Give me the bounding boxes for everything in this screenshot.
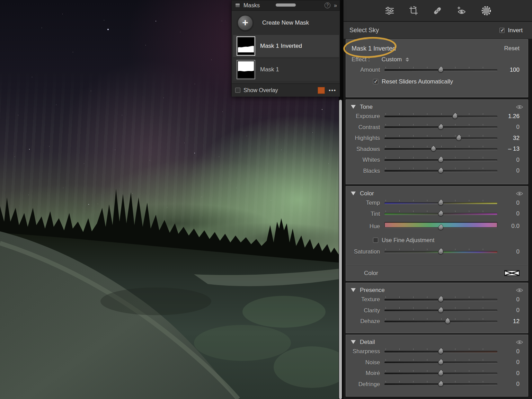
- visibility-eye-icon[interactable]: [516, 288, 523, 293]
- detail-section: Detail Sharpness 0 Noise 0 Moiré 0 Defri…: [346, 335, 528, 397]
- highlights-slider-row: Highlights 32: [346, 133, 528, 144]
- create-new-mask-button[interactable]: + Create New Mask: [234, 14, 338, 32]
- temp-slider-row: Temp 0: [346, 197, 528, 209]
- reset-sliders-auto-checkbox[interactable]: [373, 79, 378, 84]
- noise-slider-row: Noise 0: [346, 357, 528, 368]
- saturation-slider[interactable]: [384, 248, 497, 256]
- tool-name: Select Sky: [349, 27, 379, 34]
- hue-slider[interactable]: [384, 221, 497, 231]
- crop-rotate-icon[interactable]: [408, 6, 419, 16]
- exposure-slider[interactable]: [384, 112, 497, 121]
- visibility-eye-icon[interactable]: [516, 105, 523, 109]
- shadows-slider-row: Shadows – 13: [346, 144, 528, 155]
- more-options-icon[interactable]: •••: [329, 87, 336, 93]
- reset-sliders-auto-label: Reset Sliders Automatically: [382, 78, 453, 85]
- mask-thumbnail-inverted: [237, 36, 255, 56]
- dropdown-chevrons-icon[interactable]: [406, 57, 409, 62]
- plus-circle-icon[interactable]: +: [237, 15, 253, 31]
- slider-thumb[interactable]: [431, 147, 436, 151]
- slider-thumb[interactable]: [438, 125, 443, 130]
- drag-handle[interactable]: [276, 3, 296, 7]
- slider-thumb[interactable]: [456, 136, 461, 141]
- contrast-slider-row: Contrast 0: [346, 122, 528, 133]
- tool-strip: [344, 0, 532, 21]
- blacks-slider[interactable]: [384, 167, 497, 175]
- color-section: Color Temp 0 Tint 0 Hue 0.0 Use Fine Adj…: [346, 186, 528, 281]
- visibility-eye-icon[interactable]: [516, 191, 523, 196]
- color-row-label: Color: [364, 270, 378, 277]
- invert-checkbox[interactable]: [499, 28, 505, 33]
- mask-item-label: Mask 1: [260, 66, 279, 73]
- slider-thumb[interactable]: [438, 360, 443, 365]
- overlay-color-swatch[interactable]: [318, 87, 325, 94]
- sharpness-slider-row: Sharpness 0: [346, 346, 528, 357]
- slider-thumb[interactable]: [438, 349, 443, 354]
- help-icon[interactable]: ?: [325, 2, 330, 8]
- masks-panel-header[interactable]: Masks ? »: [232, 0, 340, 11]
- slider-thumb[interactable]: [438, 158, 443, 162]
- collapse-panel-icon[interactable]: »: [334, 2, 336, 9]
- slider-thumb[interactable]: [452, 114, 458, 119]
- tint-slider[interactable]: [384, 210, 497, 218]
- red-eye-icon[interactable]: [456, 6, 467, 16]
- noise-slider[interactable]: [384, 358, 497, 366]
- reset-button[interactable]: Reset: [504, 45, 520, 52]
- exposure-slider-row: Exposure 1.26: [346, 111, 528, 122]
- defringe-slider[interactable]: [384, 380, 497, 388]
- blacks-slider-row: Blacks 0: [346, 166, 528, 177]
- slider-thumb[interactable]: [438, 212, 443, 216]
- slider-thumb[interactable]: [438, 250, 443, 254]
- show-overlay-label: Show Overlay: [243, 87, 278, 94]
- collapse-triangle-icon[interactable]: [351, 340, 356, 344]
- section-title: Tone: [360, 104, 373, 110]
- invert-label: Invert: [508, 27, 523, 34]
- amount-label: Amount: [349, 66, 380, 73]
- masking-icon[interactable]: [481, 5, 492, 16]
- slider-thumb[interactable]: [438, 201, 443, 205]
- panel-icon: [235, 3, 240, 8]
- scrollbar[interactable]: [339, 100, 342, 399]
- temp-slider[interactable]: [384, 199, 497, 207]
- slider-thumb[interactable]: [438, 298, 443, 302]
- slider-thumb[interactable]: [438, 371, 443, 376]
- show-overlay-checkbox[interactable]: [235, 88, 240, 93]
- mask-item-label: Mask 1 Inverted: [260, 43, 302, 50]
- visibility-eye-icon[interactable]: [516, 340, 523, 345]
- slider-thumb[interactable]: [445, 319, 450, 324]
- moire-slider[interactable]: [384, 369, 497, 378]
- tint-slider-row: Tint 0: [346, 209, 528, 220]
- mask-item-mask1-inverted[interactable]: Mask 1 Inverted: [233, 35, 339, 57]
- clarity-slider[interactable]: [384, 306, 497, 314]
- texture-slider[interactable]: [384, 295, 497, 304]
- sharpness-slider[interactable]: [384, 347, 497, 356]
- slider-thumb[interactable]: [438, 225, 443, 230]
- clarity-slider-row: Clarity 0: [346, 305, 528, 316]
- shadows-slider[interactable]: [384, 145, 497, 153]
- collapse-triangle-icon[interactable]: [351, 192, 356, 195]
- amount-value: 100: [497, 66, 520, 73]
- color-picker-row: Color: [346, 265, 528, 281]
- slider-thumb[interactable]: [438, 169, 443, 173]
- amount-slider[interactable]: [384, 66, 497, 74]
- tone-section: Tone Exposure 1.26 Contrast 0 Highlights…: [346, 99, 528, 184]
- collapse-triangle-icon[interactable]: [351, 288, 356, 292]
- contrast-slider[interactable]: [384, 123, 497, 131]
- highlights-slider[interactable]: [384, 134, 497, 142]
- collapse-triangle-icon[interactable]: [351, 105, 356, 109]
- saturation-slider-row: Saturation 0: [346, 246, 528, 257]
- use-fine-adjustment-checkbox[interactable]: [373, 238, 378, 243]
- slider-thumb[interactable]: [438, 382, 443, 387]
- masks-panel-title: Masks: [243, 2, 260, 9]
- presence-section: Presence Texture 0 Clarity 0 Dehaze 12: [346, 283, 528, 333]
- active-tool-bar: Select Sky Invert: [344, 22, 532, 39]
- dehaze-slider[interactable]: [384, 317, 497, 326]
- slider-thumb[interactable]: [438, 308, 443, 313]
- edit-sliders-icon[interactable]: [384, 6, 395, 16]
- effect-preset-dropdown[interactable]: Custom: [382, 56, 402, 63]
- whites-slider[interactable]: [384, 156, 497, 164]
- slider-thumb[interactable]: [438, 68, 443, 72]
- defringe-slider-row: Defringe 0: [346, 379, 528, 390]
- healing-icon[interactable]: [432, 6, 443, 16]
- mask-item-mask1[interactable]: Mask 1: [233, 59, 339, 81]
- color-swatch-none[interactable]: [504, 270, 520, 276]
